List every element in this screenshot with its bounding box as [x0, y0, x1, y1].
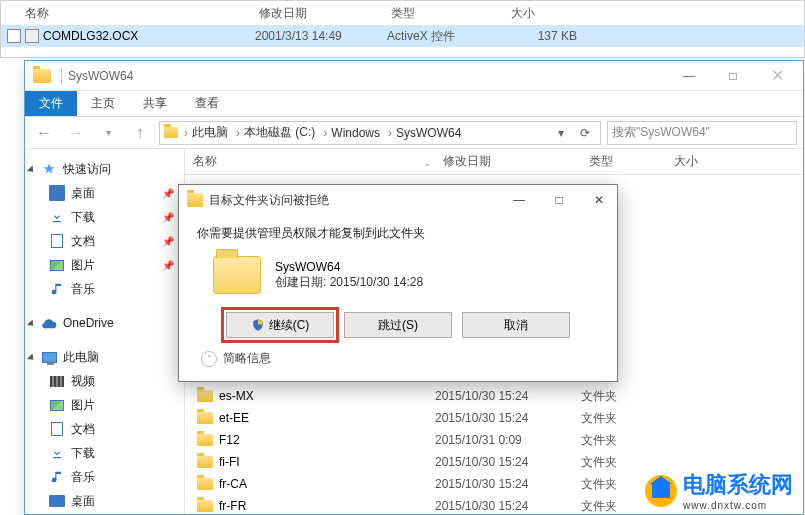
sidebar-item-downloads[interactable]: 下载📌: [29, 205, 180, 229]
uac-shield-icon: [251, 318, 265, 332]
column-headers: 名称⌄ 修改日期 类型 大小: [185, 149, 803, 175]
sidebar-item-music-pc[interactable]: 音乐: [29, 465, 180, 489]
dialog-folder-icon: [187, 193, 203, 207]
nav-forward-button[interactable]: →: [63, 121, 89, 145]
pc-icon: [42, 352, 57, 363]
col-type[interactable]: 类型: [581, 153, 666, 170]
logo-text: 电脑系统网: [683, 472, 793, 497]
dialog-minimize-button[interactable]: —: [509, 190, 529, 210]
music-icon: [49, 469, 65, 485]
row-date: 2015/10/30 15:24: [435, 455, 581, 469]
ocx-file-icon: [25, 29, 39, 43]
top-list-row[interactable]: COMDLG32.OCX 2001/3/13 14:49 ActiveX 控件 …: [1, 25, 804, 47]
table-row[interactable]: et-EE2015/10/30 15:24文件夹: [185, 407, 803, 429]
window-title: SysWOW64: [68, 69, 667, 83]
col-type-header[interactable]: 类型: [391, 5, 511, 22]
crumb-3[interactable]: SysWOW64: [396, 126, 461, 140]
col-name-header[interactable]: 名称: [25, 5, 259, 22]
tab-view[interactable]: 查看: [181, 91, 233, 116]
crumb-1[interactable]: 本地磁盘 (C:): [244, 124, 315, 141]
more-info-toggle[interactable]: ˄ 简略信息: [197, 350, 599, 367]
watermark-logo: 电脑系统网 www.dnxtw.com: [641, 468, 797, 513]
sidebar-item-desktop-pc[interactable]: 桌面: [29, 489, 180, 513]
document-icon: [51, 422, 63, 436]
sidebar-onedrive[interactable]: OneDrive: [29, 311, 180, 335]
dialog-title: 目标文件夹访问被拒绝: [209, 192, 509, 209]
sidebar-thispc[interactable]: 此电脑: [29, 345, 180, 369]
more-info-label: 简略信息: [223, 350, 271, 367]
sort-indicator-icon: ⌄: [424, 159, 431, 168]
row-date: 2015/10/30 15:24: [435, 499, 581, 513]
star-icon: [41, 161, 57, 177]
cancel-button[interactable]: 取消: [462, 312, 570, 338]
chevron-up-icon: ˄: [201, 351, 217, 367]
nav-back-button[interactable]: ←: [31, 121, 57, 145]
sidebar-item-documents-pc[interactable]: 文档: [29, 417, 180, 441]
col-date[interactable]: 修改日期: [435, 153, 581, 170]
row-name: fi-FI: [219, 455, 240, 469]
sidebar-item-videos[interactable]: 视频: [29, 369, 180, 393]
row-name: F12: [219, 433, 240, 447]
minimize-button[interactable]: —: [667, 62, 711, 90]
tab-home[interactable]: 主页: [77, 91, 129, 116]
search-input[interactable]: 搜索"SysWOW64": [607, 121, 797, 145]
row-date: 2015/10/30 15:24: [435, 389, 581, 403]
tab-file[interactable]: 文件: [25, 91, 77, 116]
dialog-titlebar[interactable]: 目标文件夹访问被拒绝 — □ ✕: [179, 185, 617, 215]
breadcrumb-dropdown-icon[interactable]: ▾: [550, 122, 572, 144]
maximize-button[interactable]: □: [711, 62, 755, 90]
breadcrumb-folder-icon: [164, 127, 178, 138]
table-row[interactable]: F122015/10/31 0:09文件夹: [185, 429, 803, 451]
sidebar-item-music[interactable]: 音乐: [29, 277, 180, 301]
close-button[interactable]: ✕: [755, 62, 799, 90]
row-checkbox[interactable]: [7, 29, 21, 43]
nav-up-button[interactable]: ↑: [127, 121, 153, 145]
continue-label: 继续(C): [269, 317, 310, 334]
desktop-icon: [49, 185, 65, 201]
titlebar[interactable]: SysWOW64 — □ ✕: [25, 61, 803, 91]
video-icon: [50, 376, 64, 387]
sidebar: 快速访问 桌面📌 下载📌 文档📌 图片📌 音乐 OneDrive 此电脑 视频 …: [25, 149, 185, 514]
search-placeholder: 搜索"SysWOW64": [612, 124, 710, 141]
sidebar-item-desktop[interactable]: 桌面📌: [29, 181, 180, 205]
sidebar-item-pictures[interactable]: 图片📌: [29, 253, 180, 277]
address-bar: ← → ▾ ↑ ›此电脑 ›本地磁盘 (C:) ›Windows ›SysWOW…: [25, 117, 803, 149]
row-date: 2015/10/30 15:24: [435, 411, 581, 425]
target-folder-icon: [213, 256, 261, 294]
pin-icon: 📌: [162, 212, 174, 223]
target-folder-name: SysWOW64: [275, 260, 423, 274]
folder-icon: [197, 412, 213, 424]
sidebar-item-pictures-pc[interactable]: 图片: [29, 393, 180, 417]
crumb-0[interactable]: 此电脑: [192, 124, 228, 141]
sidebar-quickaccess[interactable]: 快速访问: [29, 157, 180, 181]
nav-recent-button[interactable]: ▾: [95, 121, 121, 145]
uac-dialog: 目标文件夹访问被拒绝 — □ ✕ 你需要提供管理员权限才能复制到此文件夹 Sys…: [178, 184, 618, 382]
file-date: 2001/3/13 14:49: [255, 29, 387, 43]
col-size-header[interactable]: 大小: [511, 5, 581, 22]
row-type: 文件夹: [581, 410, 666, 427]
row-type: 文件夹: [581, 388, 666, 405]
skip-button[interactable]: 跳过(S): [344, 312, 452, 338]
row-name: fr-FR: [219, 499, 246, 513]
sidebar-item-downloads-pc[interactable]: 下载: [29, 441, 180, 465]
continue-button[interactable]: 继续(C): [226, 312, 334, 338]
sidebar-quickaccess-label: 快速访问: [63, 161, 111, 178]
sidebar-item-documents[interactable]: 文档📌: [29, 229, 180, 253]
col-date-header[interactable]: 修改日期: [259, 5, 391, 22]
pin-icon: 📌: [162, 236, 174, 247]
download-icon: [49, 445, 65, 461]
breadcrumb-box[interactable]: ›此电脑 ›本地磁盘 (C:) ›Windows ›SysWOW64 ▾ ⟳: [159, 121, 601, 145]
logo-mark-icon: [645, 475, 677, 507]
refresh-button[interactable]: ⟳: [574, 122, 596, 144]
dialog-message: 你需要提供管理员权限才能复制到此文件夹: [197, 225, 599, 242]
dialog-maximize-button[interactable]: □: [549, 190, 569, 210]
tab-share[interactable]: 共享: [129, 91, 181, 116]
folder-icon: [197, 434, 213, 446]
table-row[interactable]: es-MX2015/10/30 15:24文件夹: [185, 385, 803, 407]
crumb-2[interactable]: Windows: [331, 126, 380, 140]
desktop-icon: [49, 495, 65, 507]
logo-sub: www.dnxtw.com: [683, 500, 793, 511]
col-size[interactable]: 大小: [666, 153, 746, 170]
dialog-close-button[interactable]: ✕: [589, 190, 609, 210]
col-name[interactable]: 名称⌄: [185, 153, 435, 170]
